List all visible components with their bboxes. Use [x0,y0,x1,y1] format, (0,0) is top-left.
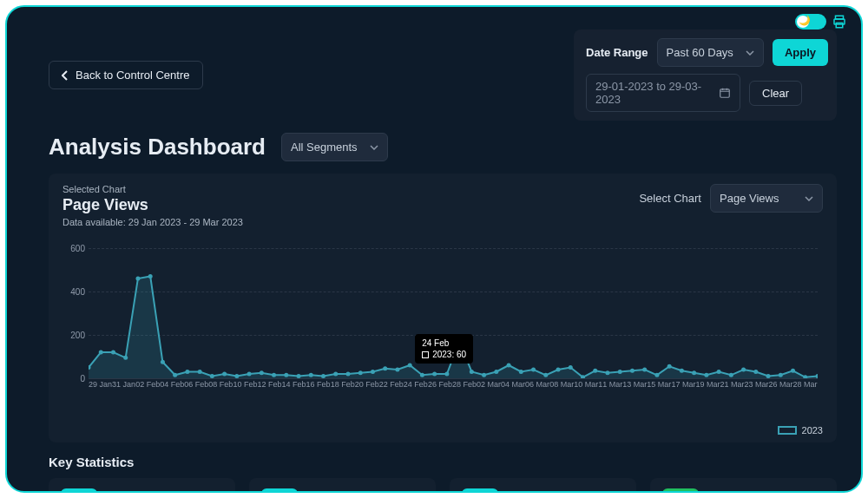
date-range-text: 29-01-2023 to 29-03-2023 [595,80,708,106]
svg-point-54 [704,373,708,377]
svg-point-5 [99,351,103,355]
date-range-panel: Date Range Past 60 Days Apply 29-01-2023… [574,29,837,121]
svg-point-40 [531,368,536,372]
x-tick: 26 Mar [769,380,793,389]
svg-point-27 [371,370,375,374]
svg-point-42 [556,368,561,372]
date-range-input[interactable]: 29-01-2023 to 29-03-2023 [586,74,740,112]
x-tick: 06 Feb [184,380,208,389]
chevron-down-icon [370,145,378,150]
clock-icon [662,488,699,493]
chart-select[interactable]: Page Views [710,184,823,213]
x-tick: 15 Mar [647,380,671,389]
svg-point-60 [779,373,783,377]
svg-point-17 [247,372,252,377]
svg-point-9 [148,274,153,278]
x-tick: 12 Feb [257,380,281,389]
tooltip-series: 2023: 60 [432,350,466,359]
x-tick: 10 Mar [574,380,598,389]
chart-small-label: Selected Chart [62,184,243,194]
x-tick: 04 Mar [501,380,525,389]
x-tick: 19 Mar [695,380,720,389]
svg-point-11 [173,373,177,377]
stat-card[interactable]: Avg. Session Duration00:16:34 [650,478,837,493]
svg-point-45 [593,369,597,373]
svg-point-26 [358,370,363,375]
svg-point-32 [432,372,437,377]
date-range-preset-select[interactable]: Past 60 Days [657,38,764,67]
x-tick: 31 Jan [112,380,135,389]
svg-point-14 [210,374,214,378]
stat-card[interactable]: Sessions252 [450,478,636,493]
x-tick: 24 Feb [404,380,428,389]
svg-point-24 [333,372,338,377]
clear-button[interactable]: Clear [749,81,802,106]
svg-point-56 [729,373,733,377]
svg-point-29 [395,368,399,372]
chevron-down-icon [805,196,813,201]
x-tick: 17 Mar [671,380,695,389]
y-tick: 200 [70,331,85,340]
chevron-down-icon [746,50,754,56]
back-button[interactable]: Back to Control Centre [49,61,203,89]
print-icon[interactable] [832,14,847,29]
x-tick: 04 Feb [160,380,184,389]
page-title: Analysis Dashboard [49,134,266,161]
user-plus-icon [261,488,298,493]
chart-select-label: Select Chart [639,192,701,205]
theme-toggle[interactable]: 🌙 [795,14,826,29]
x-tick: 13 Mar [622,380,647,389]
x-tick: 14 Feb [282,380,306,389]
svg-point-43 [569,365,573,370]
stat-card[interactable]: Users206 [49,478,235,493]
svg-point-8 [135,277,140,281]
header-row: Back to Control Centre Date Range Past 6… [49,29,837,121]
date-range-label: Date Range [586,46,648,59]
date-range-preset-value: Past 60 Days [667,46,733,59]
calendar-icon [719,87,731,99]
svg-point-23 [321,374,326,378]
chart-card: Selected Chart Page Views Data available… [49,174,837,442]
chart-legend: 2023 [62,425,823,436]
svg-point-41 [543,373,548,377]
svg-point-35 [470,370,474,374]
bar-chart-icon [462,488,498,493]
y-tick: 400 [70,287,85,297]
svg-point-22 [309,373,313,377]
apply-button[interactable]: Apply [773,39,828,66]
x-tick: 06 Mar [525,380,549,389]
svg-point-38 [507,364,511,368]
x-tick: 10 Feb [233,380,257,389]
x-tick: 20 Feb [355,380,379,389]
svg-point-7 [123,356,128,360]
x-tick: 16 Feb [306,380,331,389]
legend-label: 2023 [802,425,823,436]
users-icon [61,488,97,493]
x-tick: 08 Feb [208,380,233,389]
svg-point-12 [185,370,189,374]
svg-point-52 [680,369,684,373]
svg-point-10 [161,360,165,364]
svg-point-48 [630,369,635,373]
svg-point-13 [198,370,202,374]
chart-tooltip: 24 Feb 2023: 60 [415,334,473,364]
svg-point-25 [345,372,350,377]
svg-point-46 [605,370,609,375]
top-utility-icons: 🌙 [795,14,847,29]
x-tick: 28 Mar [793,380,818,389]
svg-point-6 [111,351,115,355]
svg-point-19 [272,373,276,377]
stat-card[interactable]: New Users71 [249,478,436,493]
stats-row: Users206New Users71Sessions252Avg. Sessi… [49,478,837,493]
segments-select[interactable]: All Segments [281,133,388,161]
x-tick: 29 Jan [89,380,112,389]
chart-plot: 0200400600 29 Jan31 Jan02 Feb04 Feb06 Fe… [62,248,823,422]
x-tick: 21 Mar [720,380,744,389]
svg-point-20 [284,373,288,377]
chart-name: Page Views [62,196,243,214]
svg-point-37 [494,370,498,374]
svg-point-15 [222,372,227,377]
legend-swatch [778,426,797,435]
svg-point-28 [383,366,387,370]
svg-point-53 [692,370,696,375]
